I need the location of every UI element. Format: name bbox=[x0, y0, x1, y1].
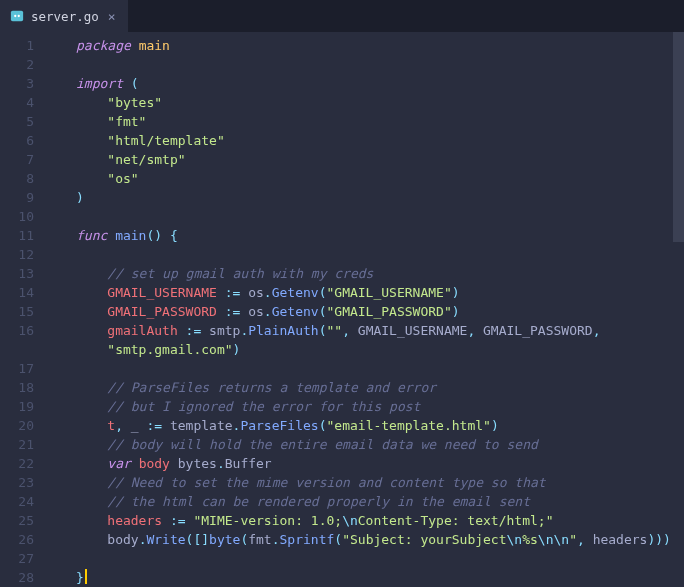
code-line[interactable]: t, _ := template.ParseFiles("email-templ… bbox=[76, 416, 684, 435]
line-number: 16 bbox=[0, 321, 56, 340]
line-number: 26 bbox=[0, 530, 56, 549]
code-line[interactable]: "bytes" bbox=[76, 93, 684, 112]
line-number: 20 bbox=[0, 416, 56, 435]
code-line[interactable]: package main bbox=[76, 36, 684, 55]
line-number: 17 bbox=[0, 359, 56, 378]
line-number: 7 bbox=[0, 150, 56, 169]
code-line[interactable] bbox=[76, 245, 684, 264]
line-number: 24 bbox=[0, 492, 56, 511]
svg-rect-0 bbox=[11, 11, 23, 22]
code-line[interactable]: GMAIL_PASSWORD := os.Getenv("GMAIL_PASSW… bbox=[76, 302, 684, 321]
line-number: 23 bbox=[0, 473, 56, 492]
line-number: 4 bbox=[0, 93, 56, 112]
code-line[interactable]: // body will hold the entire email data … bbox=[76, 435, 684, 454]
line-number: 14 bbox=[0, 283, 56, 302]
code-line[interactable]: ) bbox=[76, 188, 684, 207]
line-number: 10 bbox=[0, 207, 56, 226]
code-line[interactable]: // ParseFiles returns a template and err… bbox=[76, 378, 684, 397]
code-line[interactable]: "fmt" bbox=[76, 112, 684, 131]
code-line[interactable]: "os" bbox=[76, 169, 684, 188]
code-line[interactable]: GMAIL_USERNAME := os.Getenv("GMAIL_USERN… bbox=[76, 283, 684, 302]
code-line[interactable]: import ( bbox=[76, 74, 684, 93]
line-number: 15 bbox=[0, 302, 56, 321]
svg-point-2 bbox=[18, 15, 20, 17]
vertical-scrollbar[interactable] bbox=[673, 32, 684, 587]
line-number: 19 bbox=[0, 397, 56, 416]
tab-filename: server.go bbox=[31, 9, 99, 24]
code-line[interactable]: "html/template" bbox=[76, 131, 684, 150]
line-number: 13 bbox=[0, 264, 56, 283]
code-line[interactable]: // Need to set the mime version and cont… bbox=[76, 473, 684, 492]
close-icon[interactable]: × bbox=[106, 9, 118, 24]
tab-server-go[interactable]: server.go × bbox=[0, 0, 129, 32]
line-number: 11 bbox=[0, 226, 56, 245]
line-number: 8 bbox=[0, 169, 56, 188]
line-number: 1 bbox=[0, 36, 56, 55]
line-number: 5 bbox=[0, 112, 56, 131]
code-line[interactable]: gmailAuth := smtp.PlainAuth("", GMAIL_US… bbox=[76, 321, 684, 340]
code-line[interactable]: "smtp.gmail.com") bbox=[76, 340, 684, 359]
code-line[interactable]: } bbox=[76, 568, 684, 587]
code-line[interactable]: headers := "MIME-version: 1.0;\nContent-… bbox=[76, 511, 684, 530]
code-line[interactable] bbox=[76, 359, 684, 378]
line-number: 6 bbox=[0, 131, 56, 150]
code-line[interactable]: "net/smtp" bbox=[76, 150, 684, 169]
scroll-thumb[interactable] bbox=[673, 32, 684, 242]
line-number bbox=[0, 340, 56, 359]
editor[interactable]: 1234567891011121314151617181920212223242… bbox=[0, 32, 684, 587]
line-number: 2 bbox=[0, 55, 56, 74]
line-number: 18 bbox=[0, 378, 56, 397]
line-number: 28 bbox=[0, 568, 56, 587]
text-cursor bbox=[85, 569, 87, 584]
svg-point-1 bbox=[14, 15, 16, 17]
code-line[interactable]: // but I ignored the error for this post bbox=[76, 397, 684, 416]
code-line[interactable]: func main() { bbox=[76, 226, 684, 245]
line-number: 25 bbox=[0, 511, 56, 530]
code-line[interactable]: body.Write([]byte(fmt.Sprintf("Subject: … bbox=[76, 530, 684, 549]
line-number: 27 bbox=[0, 549, 56, 568]
line-number: 9 bbox=[0, 188, 56, 207]
code-line[interactable] bbox=[76, 549, 684, 568]
line-gutter: 1234567891011121314151617181920212223242… bbox=[0, 32, 56, 587]
code-line[interactable]: // set up gmail auth with my creds bbox=[76, 264, 684, 283]
go-file-icon bbox=[10, 9, 24, 23]
line-number: 21 bbox=[0, 435, 56, 454]
code-line[interactable]: var body bytes.Buffer bbox=[76, 454, 684, 473]
line-number: 22 bbox=[0, 454, 56, 473]
line-number: 12 bbox=[0, 245, 56, 264]
line-number: 3 bbox=[0, 74, 56, 93]
code-line[interactable]: // the html can be rendered properly in … bbox=[76, 492, 684, 511]
tab-bar: server.go × bbox=[0, 0, 684, 32]
code-area[interactable]: package mainimport ( "bytes" "fmt" "html… bbox=[56, 32, 684, 587]
code-line[interactable] bbox=[76, 207, 684, 226]
code-line[interactable] bbox=[76, 55, 684, 74]
